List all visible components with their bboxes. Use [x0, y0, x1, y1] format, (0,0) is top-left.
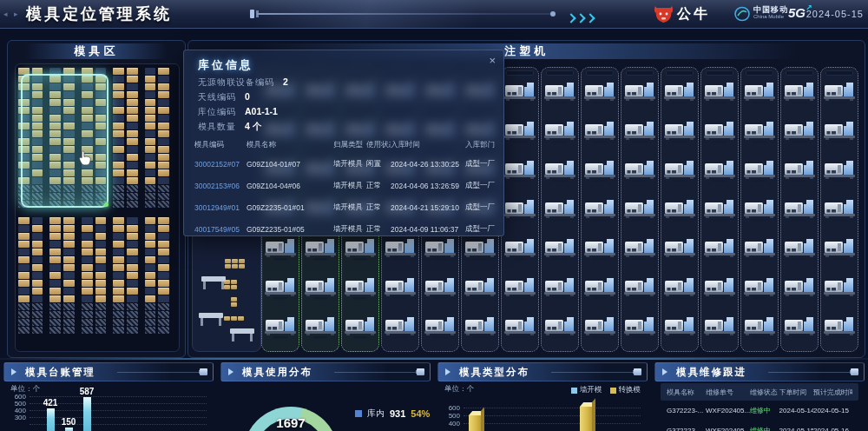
rack-column[interactable]: [145, 68, 156, 208]
panel-slider-track[interactable]: [117, 372, 199, 373]
machine-icon[interactable]: [584, 117, 615, 147]
machine-column[interactable]: [541, 67, 579, 352]
machine-column[interactable]: [740, 67, 779, 352]
machine-icon[interactable]: [624, 274, 655, 303]
machine-icon[interactable]: [624, 196, 655, 225]
machine-icon[interactable]: [664, 196, 695, 225]
machine-icon[interactable]: [345, 313, 376, 342]
machine-icon[interactable]: [824, 196, 855, 225]
panel-slider-track[interactable]: [768, 372, 850, 373]
rack-column[interactable]: [127, 217, 138, 334]
machine-icon[interactable]: [664, 156, 695, 186]
rack-column[interactable]: [145, 217, 156, 334]
rack-column[interactable]: [158, 217, 169, 334]
rack-column[interactable]: [32, 217, 43, 334]
machine-icon[interactable]: [584, 196, 615, 225]
machine-icon[interactable]: [704, 117, 735, 147]
machine-icon[interactable]: [704, 274, 735, 303]
machine-column[interactable]: [501, 67, 539, 352]
rack-column[interactable]: [113, 68, 124, 208]
machine-icon[interactable]: [784, 196, 815, 225]
machine-icon[interactable]: [504, 235, 536, 264]
machine-icon[interactable]: [544, 156, 575, 186]
rack-column[interactable]: [49, 217, 61, 334]
machine-icon[interactable]: [504, 196, 536, 225]
nav-right-icon[interactable]: ▸: [14, 10, 18, 18]
machine-icon[interactable]: [584, 78, 615, 108]
machine-icon[interactable]: [744, 196, 775, 225]
machine-icon[interactable]: [704, 313, 735, 342]
machine-icon[interactable]: [824, 156, 855, 186]
maintenance-row[interactable]: G372223-...WXF202405...维修中2024-05-142024…: [661, 401, 858, 421]
machine-icon[interactable]: [305, 274, 336, 303]
machine-icon[interactable]: [265, 274, 296, 303]
machine-column[interactable]: [621, 67, 659, 352]
rack-column[interactable]: [82, 217, 93, 334]
header-slider-track[interactable]: [257, 13, 552, 15]
machine-icon[interactable]: [584, 235, 615, 264]
machine-icon[interactable]: [544, 196, 575, 225]
selected-slot-highlight[interactable]: [21, 74, 108, 208]
machine-icon[interactable]: [824, 274, 855, 303]
machine-icon[interactable]: [744, 313, 775, 342]
machine-icon[interactable]: [584, 274, 615, 303]
machine-column[interactable]: [820, 67, 858, 352]
machine-icon[interactable]: [664, 235, 695, 264]
rack-column[interactable]: [127, 68, 138, 208]
popup-table-row[interactable]: 30002152#07G09Z104-01#07墙开模具闲置2024-04-26…: [194, 153, 496, 175]
rack-column[interactable]: [95, 217, 107, 334]
machine-icon[interactable]: [704, 156, 735, 186]
machine-column[interactable]: [780, 67, 819, 352]
machine-icon[interactable]: [704, 78, 735, 108]
machine-icon[interactable]: [584, 156, 615, 186]
machine-icon[interactable]: [784, 117, 815, 147]
machine-icon[interactable]: [784, 78, 815, 108]
rack-column[interactable]: [113, 217, 124, 334]
machine-icon[interactable]: [624, 235, 655, 264]
machine-icon[interactable]: [824, 117, 855, 147]
machine-icon[interactable]: [784, 156, 815, 186]
machine-icon[interactable]: [504, 274, 536, 303]
machine-icon[interactable]: [744, 156, 775, 186]
popup-table-row[interactable]: 40017549#05G09Z2235-01#05墙开模具正常2024-04-0…: [194, 218, 496, 240]
machine-icon[interactable]: [385, 313, 416, 342]
machine-icon[interactable]: [544, 235, 575, 264]
panel-slider-nub[interactable]: [634, 368, 641, 375]
machine-icon[interactable]: [584, 313, 615, 342]
machine-icon[interactable]: [265, 313, 296, 342]
machine-icon[interactable]: [544, 117, 575, 147]
rack-column[interactable]: [158, 68, 169, 208]
panel-slider-nub[interactable]: [417, 368, 424, 375]
machine-icon[interactable]: [424, 274, 456, 303]
machine-icon[interactable]: [784, 235, 815, 264]
machine-icon[interactable]: [664, 78, 695, 108]
machine-icon[interactable]: [824, 78, 855, 108]
machine-icon[interactable]: [624, 156, 655, 186]
machine-icon[interactable]: [504, 313, 536, 342]
machine-icon[interactable]: [704, 196, 735, 225]
machine-icon[interactable]: [744, 78, 775, 108]
panel-slider-nub[interactable]: [851, 368, 858, 375]
machine-icon[interactable]: [744, 235, 775, 264]
machine-icon[interactable]: [504, 78, 536, 108]
machine-icon[interactable]: [504, 156, 536, 186]
maintenance-row[interactable]: G372223-...WXF202405...维修中2024-05-152024…: [661, 421, 858, 431]
machine-icon[interactable]: [624, 117, 655, 147]
machine-column[interactable]: [581, 67, 619, 352]
machine-icon[interactable]: [744, 274, 775, 303]
machine-icon[interactable]: [744, 117, 775, 147]
machine-icon[interactable]: [544, 78, 575, 108]
machine-column[interactable]: [700, 67, 739, 352]
close-icon[interactable]: ×: [489, 55, 496, 67]
machine-icon[interactable]: [424, 313, 456, 342]
panel-slider-track[interactable]: [334, 372, 416, 373]
machine-icon[interactable]: [704, 235, 735, 264]
machine-icon[interactable]: [504, 117, 536, 147]
machine-icon[interactable]: [624, 313, 655, 342]
machine-icon[interactable]: [784, 313, 815, 342]
rack-column[interactable]: [18, 217, 30, 334]
machine-icon[interactable]: [544, 274, 575, 303]
machine-icon[interactable]: [824, 235, 855, 264]
machine-icon[interactable]: [345, 274, 376, 303]
popup-table-row[interactable]: 30012949#01G09Z2235-01#01墙开模具正常2024-04-2…: [194, 196, 496, 218]
